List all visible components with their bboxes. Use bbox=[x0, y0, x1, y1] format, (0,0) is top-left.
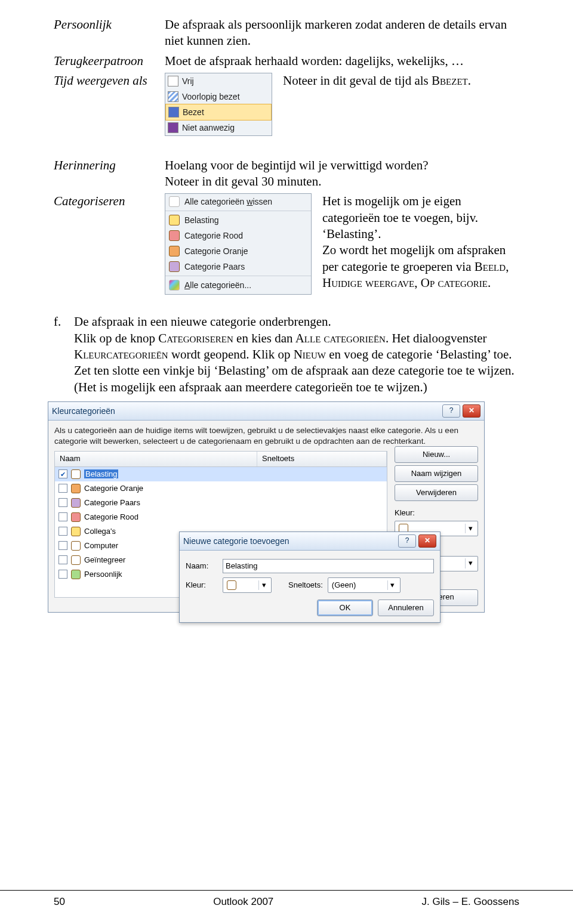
category-option[interactable]: Categorie Paars bbox=[165, 259, 311, 274]
checkbox[interactable] bbox=[58, 484, 67, 493]
delete-button[interactable]: Verwijderen bbox=[395, 484, 478, 501]
category-color-icon bbox=[71, 555, 81, 565]
label-tijd-weergeven-als: Tijd weergeven als bbox=[54, 73, 165, 89]
status-dropdown[interactable]: Vrij Voorlopig bezet Bezet Niet aanwezig bbox=[165, 73, 272, 136]
col-shortcut[interactable]: Sneltoets bbox=[257, 452, 387, 466]
new-category-dialog: Nieuwe categorie toevoegen ? ✕ Naam: Bel… bbox=[179, 531, 440, 623]
help-icon: ? bbox=[449, 406, 454, 416]
chevron-down-icon: ▾ bbox=[258, 580, 269, 591]
menu-separator bbox=[165, 276, 311, 276]
footer-right: J. Gils – E. Goossens bbox=[422, 895, 519, 908]
chevron-down-icon: ▾ bbox=[465, 524, 475, 534]
text-terugkeerpatroon: Moet de afspraak herhaald worden: dageli… bbox=[165, 53, 519, 69]
list-item-label: Belasting bbox=[84, 469, 383, 480]
category-option[interactable]: Belasting bbox=[165, 212, 311, 228]
close-icon: ✕ bbox=[469, 406, 475, 416]
category-option[interactable]: Categorie Oranje bbox=[165, 243, 311, 259]
cancel-button[interactable]: Annuleren bbox=[378, 599, 434, 616]
category-color-icon bbox=[169, 230, 180, 241]
status-option-oof[interactable]: Niet aanwezig bbox=[165, 120, 272, 135]
close-icon: ✕ bbox=[424, 536, 430, 546]
status-option-tentative[interactable]: Voorlopig bezet bbox=[165, 89, 272, 104]
checkbox[interactable] bbox=[58, 512, 67, 521]
help-icon: ? bbox=[405, 536, 409, 546]
footer-center: Outlook 2007 bbox=[213, 895, 273, 908]
color-swatch-icon bbox=[227, 580, 236, 590]
clear-categories-icon bbox=[169, 196, 180, 207]
shortcut-dropdown[interactable]: (Geen) ▾ bbox=[328, 577, 401, 593]
status-swatch-free bbox=[168, 76, 178, 86]
shortcut-value: (Geen) bbox=[332, 580, 356, 591]
status-swatch-oof bbox=[168, 122, 178, 133]
name-label: Naam: bbox=[186, 561, 218, 571]
checkbox[interactable] bbox=[58, 469, 67, 478]
category-color-icon bbox=[71, 469, 81, 479]
category-color-icon bbox=[71, 527, 81, 536]
category-color-icon bbox=[169, 261, 180, 272]
status-swatch-busy bbox=[168, 107, 179, 118]
nested-dialog-title: Nieuwe categorie toevoegen bbox=[183, 536, 396, 546]
close-button[interactable]: ✕ bbox=[463, 404, 480, 418]
list-header: Naam Sneltoets bbox=[54, 451, 387, 466]
category-color-icon bbox=[71, 570, 81, 579]
status-option-label: Voorlopig bezet bbox=[182, 91, 240, 102]
checkbox[interactable] bbox=[58, 570, 67, 579]
category-option-label: Categorie Paars bbox=[184, 261, 245, 272]
label-persoonlijk: Persoonlijk bbox=[54, 17, 165, 33]
status-option-free[interactable]: Vrij bbox=[165, 73, 272, 89]
text-tijd-right: Noteer in dit geval de tijd als Bbezet. bbox=[283, 73, 519, 89]
help-button[interactable]: ? bbox=[398, 534, 416, 548]
label-herinnering: Herinnering bbox=[54, 157, 165, 174]
category-color-icon bbox=[71, 512, 81, 522]
shortcut-label: Sneltoets: bbox=[288, 580, 323, 591]
nested-dialog-titlebar[interactable]: Nieuwe categorie toevoegen ? ✕ bbox=[180, 532, 440, 551]
list-item-label: Categorie Rood bbox=[84, 512, 383, 523]
chevron-down-icon: ▾ bbox=[387, 580, 398, 591]
categories-dropdown[interactable]: Alle categorieën wissen Belasting Catego… bbox=[165, 193, 312, 295]
text-herinnering: Hoelang voor de begintijd wil je verwitt… bbox=[165, 157, 519, 190]
list-item-label: Categorie Oranje bbox=[84, 484, 383, 494]
all-categories-icon bbox=[169, 280, 180, 291]
category-option-label: Belasting bbox=[184, 215, 219, 225]
status-option-label: Vrij bbox=[182, 76, 194, 86]
dialog-title: Kleurcategorieën bbox=[52, 406, 440, 416]
name-input[interactable]: Belasting bbox=[223, 559, 434, 573]
dialog-titlebar[interactable]: Kleurcategorieën ? ✕ bbox=[48, 402, 484, 421]
color-label: Kleur: bbox=[186, 580, 218, 591]
rename-button[interactable]: Naam wijzigen bbox=[395, 465, 478, 482]
checkbox[interactable] bbox=[58, 541, 67, 550]
categories-all[interactable]: Alle categorieën... bbox=[165, 277, 311, 293]
color-dropdown[interactable]: ▾ bbox=[223, 577, 272, 593]
category-color-icon bbox=[169, 215, 180, 225]
checkbox[interactable] bbox=[58, 498, 67, 507]
page-number: 50 bbox=[54, 895, 65, 908]
checkbox[interactable] bbox=[58, 555, 67, 564]
text-persoonlijk: De afspraak als persoonlijk markeren zod… bbox=[165, 17, 519, 50]
checkbox[interactable] bbox=[58, 527, 67, 536]
status-swatch-tentative bbox=[168, 91, 178, 102]
ok-button[interactable]: OK bbox=[317, 599, 373, 616]
list-item[interactable]: Belasting bbox=[55, 467, 387, 481]
text-categoriseren: Het is mogelijk om je eigen categorieën … bbox=[322, 193, 519, 291]
new-button[interactable]: Nieuw... bbox=[395, 446, 478, 463]
close-button[interactable]: ✕ bbox=[418, 534, 436, 548]
paragraph-f-text: De afspraak in een nieuwe categorie onde… bbox=[74, 314, 519, 395]
dialog-intro-text: Als u categorieën aan de huidige items w… bbox=[54, 425, 478, 446]
list-marker-f: f. bbox=[54, 314, 74, 330]
help-button[interactable]: ? bbox=[442, 404, 460, 418]
category-color-icon bbox=[169, 246, 180, 257]
category-option[interactable]: Categorie Rood bbox=[165, 228, 311, 243]
list-item[interactable]: Categorie Paars bbox=[55, 496, 387, 510]
list-item[interactable]: Categorie Oranje bbox=[55, 481, 387, 496]
menu-separator bbox=[165, 211, 311, 211]
categories-clear-all[interactable]: Alle categorieën wissen bbox=[165, 194, 311, 209]
col-name[interactable]: Naam bbox=[55, 452, 257, 466]
status-option-busy[interactable]: Bezet bbox=[165, 104, 272, 120]
color-label: Kleur: bbox=[395, 508, 478, 518]
category-color-icon bbox=[71, 498, 81, 508]
list-item-label: Categorie Paars bbox=[84, 498, 383, 508]
list-item[interactable]: Categorie Rood bbox=[55, 510, 387, 524]
status-option-label: Bezet bbox=[183, 107, 204, 118]
status-option-label: Niet aanwezig bbox=[182, 122, 235, 133]
category-color-icon bbox=[71, 541, 81, 551]
